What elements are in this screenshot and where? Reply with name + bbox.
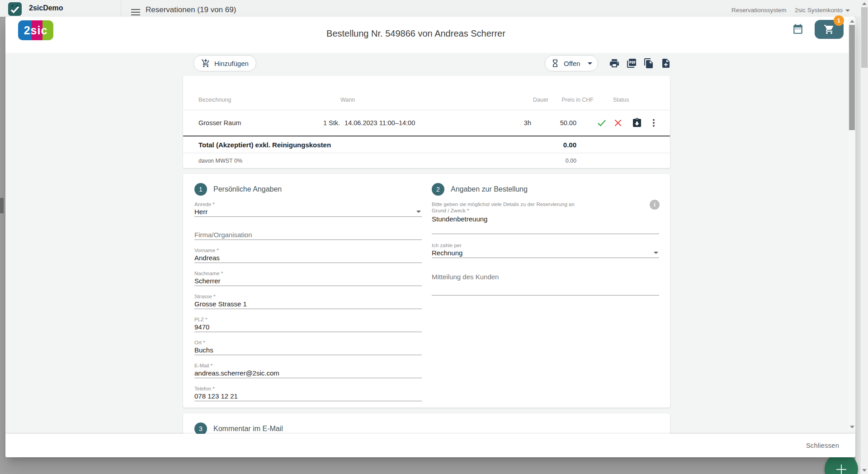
plz-field: PLZ * 9470 (194, 316, 422, 332)
pdf-icon[interactable] (626, 58, 637, 69)
info-glyph: i (654, 201, 656, 208)
ort-input[interactable]: Buchs (194, 346, 422, 355)
grund-hint-line1: Bitte geben sie möglichst viele Details … (432, 201, 659, 207)
section-3-title: Kommentar im E-Mail (213, 425, 283, 433)
status-label: Offen (564, 60, 580, 67)
table-row: Grosser Raum 1 Stk.14.06.2023 11:00–14:0… (183, 110, 670, 136)
plz-input[interactable]: 9470 (194, 323, 422, 332)
nachname-value: Scherrer (194, 277, 221, 285)
link-reservationssystem[interactable]: Reservationssystem (731, 7, 787, 14)
order-form-card: 1 Persönliche Angaben Anrede * Herr (183, 174, 670, 408)
table-header-row: Bezeichnung Wann Dauer Preis in CHF Stat… (183, 76, 670, 110)
dialog-scrollbar[interactable] (849, 18, 855, 430)
accept-icon[interactable] (596, 117, 608, 129)
item-qty: 1 Stk. (323, 119, 340, 127)
dialog-scrollbar-thumb[interactable] (849, 25, 855, 130)
col-status: Status (613, 97, 629, 103)
email-input[interactable]: andreas.scherrer@2sic.com (194, 369, 422, 378)
scroll-down-arrow[interactable] (850, 426, 854, 428)
page-scroll-up-arrow[interactable] (862, 2, 867, 5)
assignment-returned-icon[interactable] (632, 117, 642, 128)
order-items-card: Bezeichnung Wann Dauer Preis in CHF Stat… (183, 76, 670, 168)
new-document-icon[interactable] (660, 58, 671, 69)
personal-section: 1 Persönliche Angaben Anrede * Herr (194, 183, 422, 408)
zahle-value: Rechnung (432, 249, 462, 257)
nachname-input[interactable]: Scherrer (194, 277, 422, 286)
total-value: 0.00 (531, 141, 576, 149)
section-1-badge: 1 (194, 183, 207, 196)
anrede-select[interactable]: Herr (194, 207, 422, 217)
vorname-input[interactable]: Andreas (194, 253, 422, 263)
email-label: E-Mail * (194, 362, 422, 369)
scroll-up-arrow[interactable] (850, 20, 854, 23)
ort-value: Buchs (194, 346, 213, 354)
copy-icon[interactable] (643, 58, 654, 69)
add-item-button[interactable]: Hinzufügen (193, 55, 256, 71)
cart-count-badge: 1 (834, 15, 844, 26)
nachname-field: Nachname * Scherrer (194, 270, 422, 286)
link-account-menu[interactable]: 2sic Systemkonto (795, 7, 850, 14)
order-toolbar: Hinzufügen Offen (183, 55, 670, 71)
total-label: Total (Akzeptiert) exkl. Reinigungskoste… (198, 141, 323, 149)
dialog-title: Bestellung Nr. 549866 von Andreas Scherr… (326, 28, 505, 39)
add-item-label: Hinzufügen (214, 60, 249, 67)
reject-icon[interactable] (612, 117, 624, 129)
grund-value: Stundenbetreuung (432, 215, 487, 223)
strasse-label: Strasse * (194, 293, 422, 300)
add-shopping-cart-icon (201, 59, 210, 68)
anrede-field: Anrede * Herr (194, 201, 422, 217)
plz-value: 9470 (194, 323, 209, 331)
account-label: 2sic Systemkonto (795, 7, 843, 14)
order-dialog: 2sic Bestellung Nr. 549866 von Andreas S… (5, 17, 855, 457)
col-preis: Preis in CHF (548, 97, 594, 103)
calendar-icon[interactable] (792, 23, 804, 35)
firma-placeholder: Firma/Organisation (194, 231, 252, 239)
chevron-down-icon (845, 9, 850, 12)
comment-card: 3 Kommentar im E-Mail (183, 413, 670, 434)
chevron-down-icon (588, 62, 592, 65)
vorname-label: Vorname * (194, 247, 422, 253)
firma-input[interactable]: Firma/Organisation (194, 230, 422, 240)
email-value: andreas.scherrer@2sic.com (194, 369, 279, 377)
mitteilung-field[interactable]: Mitteilung des Kunden (432, 265, 659, 296)
background-right-strip (855, 17, 861, 474)
chevron-down-icon (654, 252, 658, 254)
background-page-title: Reservationen (19 von 69) (146, 5, 236, 14)
zahle-field: Ich zahle per Rechnung (432, 242, 659, 258)
mitteilung-placeholder: Mitteilung des Kunden (432, 272, 659, 282)
order-details-section: 2 Angaben zur Bestellung Bitte geben sie… (432, 183, 659, 408)
zahle-select[interactable]: Rechnung (432, 249, 659, 258)
page-scroll-down-arrow[interactable] (862, 469, 867, 472)
telefon-input[interactable]: 078 123 12 21 (194, 392, 422, 401)
2sic-logo: 2sic (18, 20, 53, 40)
col-dauer: Dauer (491, 97, 548, 103)
print-icon[interactable] (609, 58, 620, 69)
strasse-value: Grosse Strasse 1 (194, 300, 247, 308)
app-logo-icon (8, 2, 22, 16)
total-row: Total (Akzeptiert) exkl. Reinigungskoste… (183, 136, 670, 153)
strasse-input[interactable]: Grosse Strasse 1 (194, 300, 422, 309)
page-scrollbar-thumb[interactable] (861, 7, 868, 68)
anrede-label: Anrede * (194, 201, 422, 207)
more-options-icon[interactable] (648, 117, 659, 128)
item-name: Grosser Raum (198, 119, 323, 127)
chevron-down-icon (416, 211, 421, 213)
firma-field: Firma/Organisation (194, 224, 422, 240)
menu-icon[interactable] (131, 9, 140, 15)
vat-row: davon MWST 0% 0.00 (183, 153, 670, 168)
close-button[interactable]: Schliessen (806, 434, 839, 457)
anrede-value: Herr (194, 208, 208, 216)
section-2-title: Angaben zur Bestellung (451, 185, 528, 193)
grund-input[interactable]: Stundenbetreuung (432, 214, 659, 234)
status-dropdown[interactable]: Offen (545, 55, 598, 71)
email-field: E-Mail * andreas.scherrer@2sic.com (194, 362, 422, 378)
telefon-value: 078 123 12 21 (194, 392, 238, 400)
strasse-field: Strasse * Grosse Strasse 1 (194, 293, 422, 309)
ort-label: Ort * (194, 339, 422, 346)
section-2-badge: 2 (432, 183, 444, 196)
vorname-field: Vorname * Andreas (194, 247, 422, 263)
col-bezeichnung: Bezeichnung (198, 97, 323, 103)
page-scrollbar[interactable] (861, 0, 868, 474)
info-icon[interactable]: i (650, 200, 660, 210)
screen: 2sicDemo Reservationen (19 von 69) Reser… (0, 0, 868, 474)
